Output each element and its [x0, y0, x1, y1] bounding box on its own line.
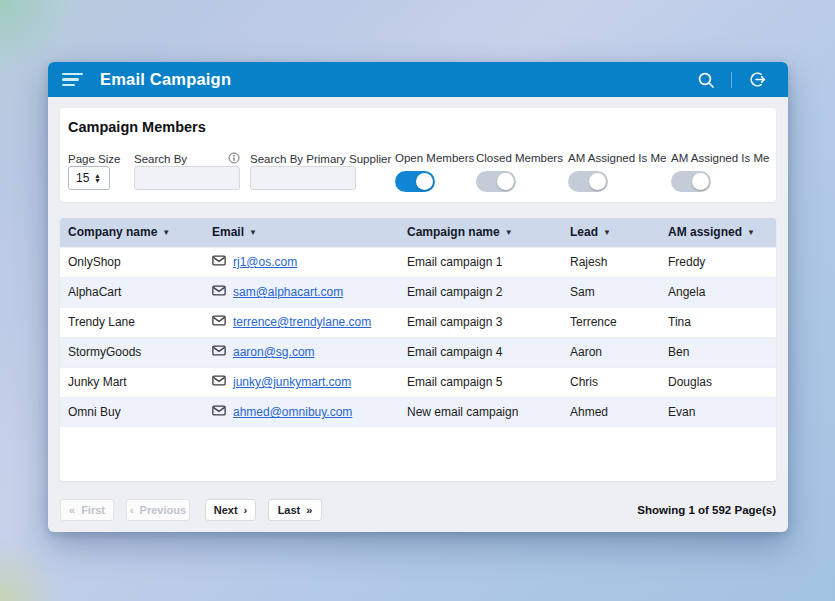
search-icon[interactable]: [689, 62, 723, 97]
envelope-icon: [212, 405, 226, 419]
next-page-button[interactable]: Next ›: [205, 499, 256, 521]
table-row: Junky Martjunky@junkymart.comEmail campa…: [60, 367, 776, 397]
cell-company: Trendy Lane: [60, 307, 204, 337]
email-link[interactable]: terrence@trendylane.com: [233, 315, 371, 329]
table-row: AlphaCartsam@alphacart.comEmail campaign…: [60, 277, 776, 307]
cell-campaign: New email campaign: [399, 397, 562, 427]
page-title: Email Campaign: [100, 70, 231, 89]
previous-page-button[interactable]: ‹ Previous: [126, 499, 190, 521]
email-link[interactable]: ahmed@omnibuy.com: [233, 405, 352, 419]
email-link[interactable]: rj1@os.com: [233, 255, 297, 269]
toggle-am-assigned-2-switch[interactable]: [671, 171, 711, 192]
double-chevron-left-icon: «: [69, 504, 75, 516]
toggle-am-assigned-1: AM Assigned Is Me: [568, 152, 666, 192]
table-row: Omni Buyahmed@omnibuy.comNew email campa…: [60, 397, 776, 427]
filters-panel: Campaign Members Page Size ▲▼ Search By …: [60, 108, 776, 202]
col-lead[interactable]: Lead▼: [562, 218, 660, 247]
stepper-arrows-icon[interactable]: ▲▼: [94, 173, 101, 184]
email-link[interactable]: sam@alphacart.com: [233, 285, 343, 299]
envelope-icon: [212, 375, 226, 386]
page-size-input[interactable]: [69, 171, 93, 185]
cell-am: Douglas: [660, 367, 776, 397]
cell-company: AlphaCart: [60, 277, 204, 307]
search-by-label: Search By: [134, 153, 187, 165]
sort-icon[interactable]: ▼: [603, 228, 611, 237]
chevron-left-icon: ‹: [130, 504, 134, 516]
cell-company: Omni Buy: [60, 397, 204, 427]
menu-icon[interactable]: [62, 73, 83, 87]
col-company-name[interactable]: Company name▼: [60, 218, 204, 247]
cell-am: Tina: [660, 307, 776, 337]
toggle-am-assigned-1-switch[interactable]: [568, 171, 608, 192]
cell-am: Angela: [660, 277, 776, 307]
envelope-icon: [212, 255, 226, 266]
cell-campaign: Email campaign 2: [399, 277, 562, 307]
chevron-right-icon: ›: [244, 504, 248, 516]
envelope-icon: [212, 315, 226, 329]
cell-campaign: Email campaign 5: [399, 367, 562, 397]
cell-am: Evan: [660, 397, 776, 427]
search-primary-label: Search By Primary Supplier: [250, 153, 391, 165]
cell-company: Junky Mart: [60, 367, 204, 397]
table-row: Trendy Laneterrence@trendylane.comEmail …: [60, 307, 776, 337]
toggle-open-members-label: Open Members: [395, 152, 474, 164]
cell-lead: Ahmed: [562, 397, 660, 427]
cell-lead: Rajesh: [562, 247, 660, 277]
table-header-row: Company name▼ Email▼ Campaign name▼ Lead…: [60, 218, 776, 247]
members-table: Company name▼ Email▼ Campaign name▼ Lead…: [60, 218, 776, 427]
page-count-summary: Showing 1 of 592 Page(s): [637, 504, 776, 516]
envelope-icon: [212, 285, 226, 296]
search-primary-input[interactable]: [250, 166, 356, 190]
envelope-icon: [212, 285, 226, 299]
sort-icon[interactable]: ▼: [505, 228, 513, 237]
pagination-bar: « First ‹ Previous Next › Last » Showing…: [60, 499, 776, 521]
toggle-open-members-switch[interactable]: [395, 171, 435, 192]
cell-campaign: Email campaign 3: [399, 307, 562, 337]
toggle-closed-members-label: Closed Members: [476, 152, 563, 164]
toggle-closed-members-switch[interactable]: [476, 171, 516, 192]
email-link[interactable]: junky@junkymart.com: [233, 375, 351, 389]
cell-lead: Chris: [562, 367, 660, 397]
app-window: Email Campaign Campaign Members Page Siz…: [48, 62, 788, 532]
divider: [731, 72, 732, 88]
envelope-icon: [212, 345, 226, 356]
cell-am: Ben: [660, 337, 776, 367]
first-page-button[interactable]: « First: [60, 499, 114, 521]
app-header: Email Campaign: [48, 62, 788, 97]
col-am-assigned[interactable]: AM assigned▼: [660, 218, 776, 247]
envelope-icon: [212, 255, 226, 269]
last-page-button[interactable]: Last »: [268, 499, 322, 521]
search-by-input[interactable]: [134, 166, 240, 190]
page-size-label: Page Size: [68, 153, 120, 165]
page-size-stepper[interactable]: ▲▼: [68, 166, 110, 190]
members-table-panel: Company name▼ Email▼ Campaign name▼ Lead…: [60, 218, 776, 481]
cell-lead: Sam: [562, 277, 660, 307]
sort-icon[interactable]: ▼: [162, 228, 170, 237]
section-heading: Campaign Members: [68, 119, 206, 135]
toggle-am-assigned-2-label: AM Assigned Is Me: [671, 152, 769, 164]
cell-lead: Terrence: [562, 307, 660, 337]
table-row: StormyGoodsaaron@sg.comEmail campaign 4A…: [60, 337, 776, 367]
envelope-icon: [212, 315, 226, 326]
email-link[interactable]: aaron@sg.com: [233, 345, 315, 359]
sort-icon[interactable]: ▼: [747, 228, 755, 237]
toggle-am-assigned-1-label: AM Assigned Is Me: [568, 152, 666, 164]
cell-campaign: Email campaign 4: [399, 337, 562, 367]
cell-company: StormyGoods: [60, 337, 204, 367]
toggle-closed-members: Closed Members: [476, 152, 563, 192]
envelope-icon: [212, 345, 226, 359]
logout-icon[interactable]: [740, 62, 774, 97]
cell-company: OnlyShop: [60, 247, 204, 277]
table-row: OnlyShoprj1@os.comEmail campaign 1Rajesh…: [60, 247, 776, 277]
double-chevron-right-icon: »: [306, 504, 312, 516]
col-campaign-name[interactable]: Campaign name▼: [399, 218, 562, 247]
envelope-icon: [212, 405, 226, 416]
toggle-am-assigned-2: AM Assigned Is Me: [671, 152, 769, 192]
sort-icon[interactable]: ▼: [249, 228, 257, 237]
toggle-open-members: Open Members: [395, 152, 474, 192]
col-email[interactable]: Email▼: [204, 218, 399, 247]
cell-campaign: Email campaign 1: [399, 247, 562, 277]
cell-lead: Aaron: [562, 337, 660, 367]
cell-am: Freddy: [660, 247, 776, 277]
envelope-icon: [212, 375, 226, 389]
